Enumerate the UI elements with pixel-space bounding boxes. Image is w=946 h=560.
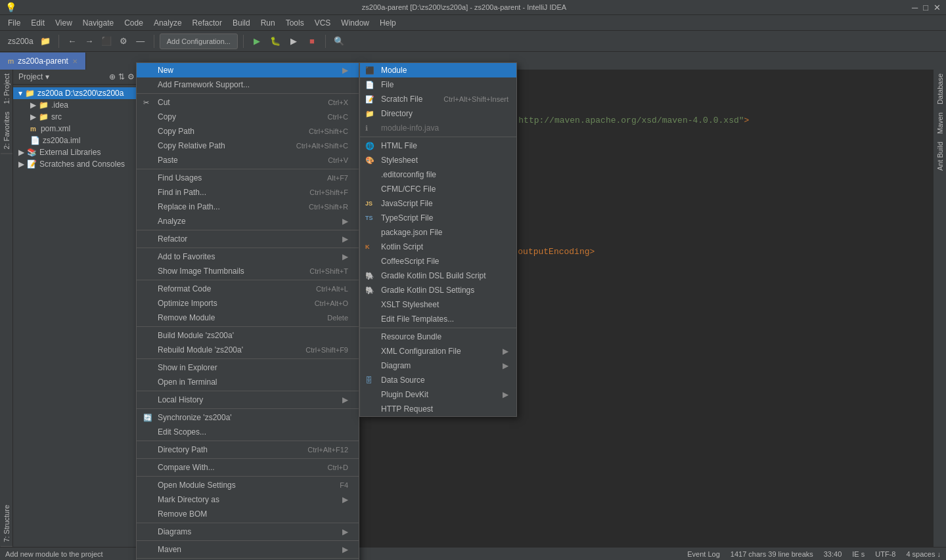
- vtab-favorites[interactable]: 2: Favorites: [1, 108, 12, 154]
- sub-data-source[interactable]: 🗄 Data Source: [360, 373, 516, 387]
- ctx-dir-path[interactable]: Directory Path Ctrl+Alt+F12: [137, 442, 359, 457]
- menu-navigate[interactable]: Navigate: [78, 17, 119, 29]
- menu-file[interactable]: File: [3, 17, 26, 29]
- add-configuration-button[interactable]: Add Configuration...: [160, 33, 238, 49]
- sub-module[interactable]: ⬛ Module: [360, 63, 516, 77]
- tab-pom-xml[interactable]: m zs200a-parent ✕: [0, 53, 86, 70]
- vtab-maven[interactable]: Maven: [934, 108, 946, 138]
- toolbar-stop[interactable]: ■: [304, 33, 320, 49]
- ctx-synchronize[interactable]: 🔄 Synchronize 'zs200a': [137, 410, 359, 425]
- toolbar-run[interactable]: ▶: [249, 33, 265, 49]
- sub-stylesheet[interactable]: 🎨 Stylesheet: [360, 153, 516, 167]
- sub-package-json[interactable]: package.json File: [360, 225, 516, 240]
- toolbar-settings[interactable]: ⚙: [116, 33, 131, 49]
- tree-item-zs200a[interactable]: ▾ 📁 zs200a D:\zs200\zs200a: [13, 87, 150, 99]
- ctx-local-history[interactable]: Local History ▶: [137, 393, 359, 407]
- sub-diagram[interactable]: Diagram ▶: [360, 358, 516, 373]
- sub-plugin-devkit[interactable]: Plugin DevKit ▶: [360, 387, 516, 402]
- toolbar-icon-1[interactable]: 📁: [37, 33, 53, 49]
- ctx-thumbnails[interactable]: Show Image Thumbnails Ctrl+Shift+T: [137, 264, 359, 278]
- sub-gradle-settings[interactable]: 🐘 Gradle Kotlin DSL Settings: [360, 283, 516, 297]
- project-icon-add[interactable]: ⊕: [109, 72, 116, 81]
- menu-code[interactable]: Code: [119, 17, 148, 29]
- menu-vcs[interactable]: VCS: [309, 17, 336, 29]
- sub-gradle-build[interactable]: 🐘 Gradle Kotlin DSL Build Script: [360, 269, 516, 283]
- ctx-refactor[interactable]: Refactor ▶: [137, 232, 359, 246]
- ctx-compare[interactable]: Compare With... Ctrl+D: [137, 460, 359, 475]
- ctx-reformat[interactable]: Reformat Code Ctrl+Alt+L: [137, 282, 359, 296]
- tree-item-scratches[interactable]: ▶ 📝 Scratches and Consoles: [13, 158, 150, 170]
- menu-build[interactable]: Build: [227, 17, 256, 29]
- sub-file[interactable]: 📄 File: [360, 77, 516, 92]
- ctx-remove-module[interactable]: Remove Module Delete: [137, 311, 359, 325]
- sub-html[interactable]: 🌐 HTML File: [360, 139, 516, 153]
- ctx-favorites[interactable]: Add to Favorites ▶: [137, 249, 359, 264]
- ctx-diagrams[interactable]: Diagrams ▶: [137, 525, 359, 539]
- ctx-edit-scopes[interactable]: Edit Scopes...: [137, 425, 359, 439]
- ctx-find-path[interactable]: Find in Path... Ctrl+Shift+F: [137, 185, 359, 200]
- ctx-rebuild[interactable]: Rebuild Module 'zs200a' Ctrl+Shift+F9: [137, 343, 359, 357]
- sub-xslt[interactable]: XSLT Stylesheet: [360, 297, 516, 312]
- sub-scratch[interactable]: 📝 Scratch File Ctrl+Alt+Shift+Insert: [360, 92, 516, 106]
- ctx-remove-bom[interactable]: Remove BOM: [137, 507, 359, 521]
- sub-coffee[interactable]: CoffeeScript File: [360, 254, 516, 269]
- minimize-button[interactable]: ─: [912, 3, 918, 12]
- sub-editorconfig[interactable]: .editorconfig file: [360, 167, 516, 182]
- vtab-ant[interactable]: Ant Build: [934, 138, 946, 175]
- sub-directory[interactable]: 📁 Directory: [360, 106, 516, 121]
- ctx-paste[interactable]: Paste Ctrl+V: [137, 153, 359, 167]
- sub-edit-templates[interactable]: Edit File Templates...: [360, 312, 516, 326]
- tree-item-src[interactable]: ▶ 📁 src: [13, 111, 150, 123]
- menu-refactor[interactable]: Refactor: [187, 17, 227, 29]
- menu-tools[interactable]: Tools: [281, 17, 309, 29]
- status-event-log[interactable]: Event Log: [687, 550, 720, 558]
- toolbar-run2[interactable]: ▶: [286, 33, 302, 49]
- ctx-analyze[interactable]: Analyze ▶: [137, 214, 359, 228]
- ctx-replace-path[interactable]: Replace in Path... Ctrl+Shift+R: [137, 200, 359, 214]
- ctx-maven[interactable]: Maven ▶: [137, 542, 359, 557]
- sub-kotlin[interactable]: K Kotlin Script: [360, 240, 516, 254]
- close-button[interactable]: ✕: [934, 3, 941, 12]
- ctx-optimize[interactable]: Optimize Imports Ctrl+Alt+O: [137, 296, 359, 311]
- toolbar-expand[interactable]: ⬛: [99, 33, 114, 49]
- sub-ts[interactable]: TS TypeScript File: [360, 211, 516, 225]
- ctx-cut[interactable]: ✂ Cut Ctrl+X: [137, 95, 359, 110]
- toolbar-back[interactable]: ←: [64, 33, 80, 49]
- ctx-copy-path[interactable]: Copy Path Ctrl+Shift+C: [137, 124, 359, 139]
- sub-xml-config[interactable]: XML Configuration File ▶: [360, 344, 516, 358]
- toolbar-minimize[interactable]: —: [133, 33, 148, 49]
- menu-run[interactable]: Run: [256, 17, 281, 29]
- sub-cfml[interactable]: CFML/CFC File: [360, 182, 516, 196]
- toolbar-debug[interactable]: 🐛: [267, 33, 283, 49]
- tab-close[interactable]: ✕: [72, 58, 78, 65]
- ctx-build[interactable]: Build Module 'zs200a': [137, 328, 359, 343]
- tree-item-pom[interactable]: m pom.xml: [13, 123, 150, 135]
- maximize-button[interactable]: □: [923, 3, 928, 12]
- menu-view[interactable]: View: [50, 17, 78, 29]
- toolbar-search[interactable]: 🔍: [331, 33, 347, 49]
- tree-item-ext[interactable]: ▶ 📚 External Libraries: [13, 146, 150, 158]
- ctx-mark-dir[interactable]: Mark Directory as ▶: [137, 492, 359, 507]
- toolbar-forward[interactable]: →: [81, 33, 97, 49]
- menu-window[interactable]: Window: [336, 17, 374, 29]
- sub-module-info[interactable]: ℹ module-info.java: [360, 121, 516, 135]
- ctx-open-terminal[interactable]: Open in Terminal: [137, 375, 359, 389]
- vtab-structure[interactable]: 7: Structure: [1, 501, 12, 547]
- ctx-add-framework[interactable]: Add Framework Support...: [137, 77, 359, 92]
- vtab-database[interactable]: Database: [934, 70, 946, 108]
- project-icon-expand[interactable]: ⇅: [118, 72, 125, 81]
- vtab-project[interactable]: 1: Project: [1, 70, 12, 108]
- ctx-find-usages[interactable]: Find Usages Alt+F7: [137, 171, 359, 185]
- tree-item-iml[interactable]: 📄 zs200a.iml: [13, 135, 150, 146]
- menu-edit[interactable]: Edit: [26, 17, 50, 29]
- sub-http-request[interactable]: HTTP Request: [360, 402, 516, 416]
- ctx-show-explorer[interactable]: Show in Explorer: [137, 360, 359, 375]
- project-icon-settings[interactable]: ⚙: [127, 72, 135, 81]
- ctx-copy[interactable]: Copy Ctrl+C: [137, 110, 359, 124]
- menu-help[interactable]: Help: [374, 17, 401, 29]
- ctx-new[interactable]: New ▶: [137, 63, 359, 77]
- sub-js[interactable]: JS JavaScript File: [360, 196, 516, 211]
- sub-resource-bundle[interactable]: Resource Bundle: [360, 330, 516, 344]
- window-controls[interactable]: ─ □ ✕: [912, 3, 941, 12]
- tree-item-idea[interactable]: ▶ 📁 .idea: [13, 99, 150, 111]
